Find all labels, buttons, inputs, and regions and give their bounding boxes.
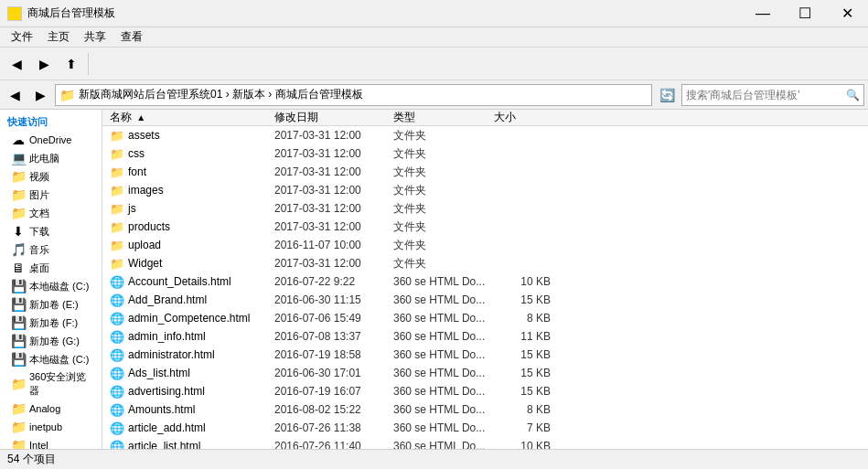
- html-icon: 🌐: [110, 348, 124, 362]
- list-item[interactable]: 📁 font 2017-03-31 12:00 文件夹: [102, 163, 868, 181]
- file-name-text: font: [128, 165, 146, 178]
- sidebar-item-analog[interactable]: 📁 Analog: [0, 400, 102, 418]
- col-size-header[interactable]: 大小: [490, 110, 554, 125]
- list-item[interactable]: 📁 js 2017-03-31 12:00 文件夹: [102, 199, 868, 218]
- list-item[interactable]: 🌐 article_add.html 2016-07-26 11:38 360 …: [102, 419, 868, 437]
- file-name: 🌐 advertising.html: [106, 385, 271, 399]
- list-item[interactable]: 🌐 advertising.html 2016-07-19 16:07 360 …: [102, 382, 868, 400]
- html-icon: 🌐: [110, 421, 124, 435]
- file-name: 📁 products: [106, 220, 271, 234]
- file-name-text: article_add.html: [128, 421, 206, 434]
- list-item[interactable]: 📁 css 2017-03-31 12:00 文件夹: [102, 144, 868, 163]
- sidebar-item-onedrive[interactable]: ☁ OneDrive: [0, 131, 102, 149]
- inetpub-icon: 📁: [11, 420, 26, 434]
- localc2-icon: 💾: [11, 352, 26, 367]
- sidebar-item-localc[interactable]: 💾 本地磁盘 (C:): [0, 277, 102, 295]
- address-bar: ◀ ▶ 📁 新版商城网站后台管理系统01 › 新版本 › 商城后台管理模板 🔄 …: [0, 80, 868, 110]
- menu-share[interactable]: 共享: [77, 27, 113, 47]
- sidebar-item-music[interactable]: 🎵 音乐: [0, 240, 102, 259]
- file-size: 8 KB: [490, 403, 554, 416]
- address-box[interactable]: 📁 新版商城网站后台管理系统01 › 新版本 › 商城后台管理模板: [55, 84, 652, 106]
- sidebar-item-volf[interactable]: 💾 新加卷 (F:): [0, 314, 102, 332]
- sidebar-item-360[interactable]: 📁 360安全浏览器: [0, 368, 102, 400]
- search-box[interactable]: 🔍: [681, 84, 864, 106]
- list-item[interactable]: 🌐 admin_info.html 2016-07-08 13:37 360 s…: [102, 327, 868, 346]
- file-type: 360 se HTML Do...: [390, 293, 490, 306]
- file-name-text: assets: [128, 129, 160, 142]
- refresh-button[interactable]: 🔄: [656, 84, 678, 106]
- sidebar-label-analog: Analog: [29, 403, 60, 414]
- list-item[interactable]: 📁 upload 2016-11-07 10:00 文件夹: [102, 236, 868, 254]
- file-size: 15 KB: [490, 348, 554, 361]
- list-item[interactable]: 🌐 Ads_list.html 2016-06-30 17:01 360 se …: [102, 364, 868, 382]
- file-name: 📁 upload: [106, 239, 271, 252]
- sidebar-item-localc2[interactable]: 💾 本地磁盘 (C:): [0, 350, 102, 368]
- window-title: 商城后台管理模板: [27, 5, 115, 21]
- main-area: 快速访问 ☁ OneDrive 💻 此电脑 📁 视频 📁 图片 📁 文档: [0, 110, 868, 449]
- list-item[interactable]: 🌐 Add_Brand.html 2016-06-30 11:15 360 se…: [102, 291, 868, 309]
- sidebar-item-vole[interactable]: 💾 新加卷 (E:): [0, 295, 102, 314]
- list-item[interactable]: 🌐 article_list.html 2016-07-26 11:40 360…: [102, 437, 868, 449]
- sidebar-item-desktop[interactable]: 🖥 桌面: [0, 259, 102, 277]
- sidebar-label-volf: 新加卷 (F:): [29, 316, 78, 330]
- file-date: 2016-07-06 15:49: [271, 312, 390, 325]
- file-name: 🌐 Add_Brand.html: [106, 293, 271, 307]
- sidebar-item-video[interactable]: 📁 视频: [0, 167, 102, 186]
- col-date-header[interactable]: 修改日期: [271, 110, 390, 125]
- toolbar-separator: [88, 53, 89, 75]
- minimize-button[interactable]: —: [742, 0, 784, 27]
- file-name: 📁 Widget: [106, 257, 271, 271]
- file-date: 2017-03-31 12:00: [271, 129, 390, 142]
- folder-icon: 📁: [110, 129, 124, 143]
- address-back-button[interactable]: ◀: [4, 84, 26, 106]
- back-button[interactable]: ◀: [4, 51, 29, 77]
- forward-button[interactable]: ▶: [31, 51, 57, 77]
- list-item[interactable]: 🌐 administrator.html 2016-07-19 18:58 36…: [102, 346, 868, 364]
- list-item[interactable]: 🌐 admin_Competence.html 2016-07-06 15:49…: [102, 309, 868, 327]
- list-item[interactable]: 📁 Widget 2017-03-31 12:00 文件夹: [102, 254, 868, 272]
- volf-icon: 💾: [11, 315, 26, 330]
- sidebar-label-inetpub: inetpub: [29, 421, 62, 432]
- list-item[interactable]: 🌐 Account_Details.html 2016-07-22 9:22 3…: [102, 272, 868, 291]
- up-button[interactable]: ⬆: [59, 51, 84, 77]
- file-list: 📁 assets 2017-03-31 12:00 文件夹 📁 css 2017…: [102, 126, 868, 449]
- sidebar-label-music: 音乐: [29, 243, 49, 257]
- maximize-button[interactable]: ☐: [784, 0, 826, 27]
- list-item[interactable]: 📁 images 2017-03-31 12:00 文件夹: [102, 181, 868, 199]
- downloads-icon: ⬇: [11, 224, 26, 239]
- menu-home[interactable]: 主页: [40, 27, 77, 47]
- file-name-text: admin_Competence.html: [128, 312, 250, 325]
- file-name: 📁 assets: [106, 129, 271, 143]
- file-name: 📁 font: [106, 165, 271, 179]
- file-type: 360 se HTML Do...: [390, 348, 490, 361]
- file-date: 2016-08-02 15:22: [271, 403, 390, 416]
- sidebar-item-downloads[interactable]: ⬇ 下载: [0, 222, 102, 240]
- list-item[interactable]: 📁 assets 2017-03-31 12:00 文件夹: [102, 126, 868, 144]
- menu-view[interactable]: 查看: [113, 27, 150, 47]
- col-name-header[interactable]: 名称 ▲: [106, 110, 271, 125]
- search-input[interactable]: [686, 89, 844, 101]
- file-date: 2017-03-31 12:00: [271, 220, 390, 233]
- address-forward-button[interactable]: ▶: [29, 84, 51, 106]
- file-name: 📁 css: [106, 147, 271, 161]
- html-icon: 🌐: [110, 367, 124, 380]
- file-date: 2016-07-26 11:40: [271, 440, 390, 449]
- close-button[interactable]: ✕: [826, 0, 868, 27]
- sidebar-item-inetpub[interactable]: 📁 inetpub: [0, 418, 102, 436]
- col-type-header[interactable]: 类型: [390, 110, 490, 125]
- list-item[interactable]: 📁 products 2017-03-31 12:00 文件夹: [102, 218, 868, 236]
- file-type: 360 se HTML Do...: [390, 367, 490, 379]
- sidebar-item-docs[interactable]: 📁 文档: [0, 204, 102, 222]
- list-item[interactable]: 🌐 Amounts.html 2016-08-02 15:22 360 se H…: [102, 400, 868, 419]
- folder-icon: 📁: [110, 257, 124, 271]
- sidebar-item-volg[interactable]: 💾 新加卷 (G:): [0, 332, 102, 350]
- sidebar-item-intel[interactable]: 📁 Intel: [0, 436, 102, 449]
- sidebar-item-thispc[interactable]: 💻 此电脑: [0, 149, 102, 167]
- quick-access-header[interactable]: 快速访问: [0, 113, 102, 131]
- html-icon: 🌐: [110, 330, 124, 344]
- file-date: 2017-03-31 12:00: [271, 165, 390, 178]
- menu-file[interactable]: 文件: [4, 27, 40, 47]
- file-date: 2016-07-22 9:22: [271, 275, 390, 288]
- sidebar-item-pictures[interactable]: 📁 图片: [0, 186, 102, 204]
- sidebar: 快速访问 ☁ OneDrive 💻 此电脑 📁 视频 📁 图片 📁 文档: [0, 110, 102, 449]
